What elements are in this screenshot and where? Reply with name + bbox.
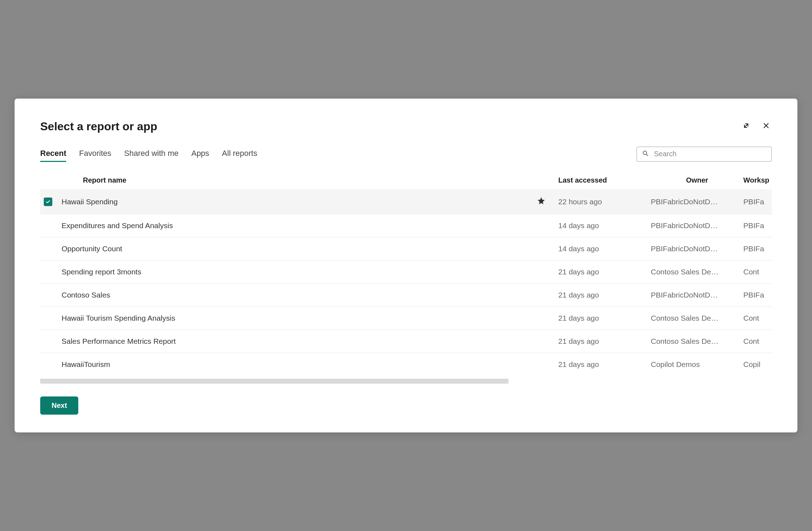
row-report-name: Spending report 3monts xyxy=(62,268,537,276)
table-row[interactable]: Hawaii Spending22 hours agoPBIFabricDoNo… xyxy=(40,189,772,214)
tab-shared-with-me[interactable]: Shared with me xyxy=(124,146,179,162)
row-owner: PBIFabricDoNotD… xyxy=(651,198,743,206)
modal-title: Select a report or app xyxy=(40,120,157,133)
expand-icon xyxy=(742,121,750,131)
horizontal-scrollbar[interactable] xyxy=(40,379,508,384)
report-table: Report name Last accessed Owner Worksp H… xyxy=(40,169,772,384)
col-header-workspace[interactable]: Worksp xyxy=(743,176,772,184)
close-icon xyxy=(762,121,770,131)
col-header-owner[interactable]: Owner xyxy=(651,176,743,184)
row-owner: Contoso Sales De… xyxy=(651,337,743,346)
row-workspace: Cont xyxy=(743,314,772,322)
tab-apps[interactable]: Apps xyxy=(191,146,209,162)
modal-footer: Next xyxy=(40,396,772,415)
row-workspace: PBIFa xyxy=(743,291,772,299)
row-workspace: PBIFa xyxy=(743,221,772,230)
header-actions xyxy=(740,120,772,132)
row-report-name: Sales Performance Metrics Report xyxy=(62,337,537,346)
table-row[interactable]: Contoso Sales21 days agoPBIFabricDoNotD…… xyxy=(40,284,772,307)
row-last-accessed: 21 days ago xyxy=(558,268,651,276)
row-report-name: Expenditures and Spend Analysis xyxy=(62,221,537,230)
expand-button[interactable] xyxy=(740,120,752,132)
search-box[interactable] xyxy=(637,147,772,162)
table-row[interactable]: Expenditures and Spend Analysis14 days a… xyxy=(40,214,772,237)
row-owner: PBIFabricDoNotD… xyxy=(651,245,743,253)
row-report-name: Opportunity Count xyxy=(62,245,537,253)
row-last-accessed: 21 days ago xyxy=(558,314,651,322)
search-icon xyxy=(642,150,649,158)
row-owner: Contoso Sales De… xyxy=(651,268,743,276)
row-workspace: PBIFa xyxy=(743,198,772,206)
next-button[interactable]: Next xyxy=(40,396,78,415)
row-last-accessed: 14 days ago xyxy=(558,221,651,230)
row-report-name: HawaiiTourism xyxy=(62,360,537,369)
row-owner: Contoso Sales De… xyxy=(651,314,743,322)
row-owner: Copilot Demos xyxy=(651,360,743,369)
row-owner: PBIFabricDoNotD… xyxy=(651,291,743,299)
row-last-accessed: 21 days ago xyxy=(558,291,651,299)
modal-header: Select a report or app xyxy=(40,120,772,146)
star-icon[interactable] xyxy=(537,198,545,206)
tabs-search-row: Recent Favorites Shared with me Apps All… xyxy=(40,146,772,162)
tab-recent[interactable]: Recent xyxy=(40,146,66,162)
row-workspace: Cont xyxy=(743,337,772,346)
row-favorite-cell xyxy=(537,196,558,207)
row-workspace: Copil xyxy=(743,360,772,369)
table-header-row: Report name Last accessed Owner Worksp xyxy=(40,169,772,189)
row-last-accessed: 22 hours ago xyxy=(558,198,651,206)
search-input[interactable] xyxy=(654,150,766,158)
row-report-name: Hawaii Spending xyxy=(62,198,537,206)
tab-favorites[interactable]: Favorites xyxy=(79,146,111,162)
table-row[interactable]: Spending report 3monts21 days agoContoso… xyxy=(40,261,772,284)
table-body: Hawaii Spending22 hours agoPBIFabricDoNo… xyxy=(40,189,772,376)
table-row[interactable]: Sales Performance Metrics Report21 days … xyxy=(40,330,772,353)
col-header-accessed[interactable]: Last accessed xyxy=(558,176,651,184)
row-report-name: Contoso Sales xyxy=(62,291,537,299)
col-header-check xyxy=(40,176,62,184)
row-workspace: Cont xyxy=(743,268,772,276)
col-header-name[interactable]: Report name xyxy=(62,176,537,184)
table-row[interactable]: HawaiiTourism21 days agoCopilot DemosCop… xyxy=(40,353,772,376)
row-owner: PBIFabricDoNotD… xyxy=(651,221,743,230)
row-last-accessed: 21 days ago xyxy=(558,360,651,369)
row-last-accessed: 14 days ago xyxy=(558,245,651,253)
row-report-name: Hawaii Tourism Spending Analysis xyxy=(62,314,537,322)
select-report-modal: Select a report or app Recent Fa xyxy=(15,99,797,432)
row-workspace: PBIFa xyxy=(743,245,772,253)
col-header-star xyxy=(537,176,558,184)
close-button[interactable] xyxy=(760,120,772,132)
table-row[interactable]: Hawaii Tourism Spending Analysis21 days … xyxy=(40,307,772,330)
row-last-accessed: 21 days ago xyxy=(558,337,651,346)
table-row[interactable]: Opportunity Count14 days agoPBIFabricDoN… xyxy=(40,237,772,261)
tabs: Recent Favorites Shared with me Apps All… xyxy=(40,146,257,162)
tab-all-reports[interactable]: All reports xyxy=(222,146,257,162)
row-checkbox-cell xyxy=(40,198,62,206)
row-checkbox[interactable] xyxy=(44,198,52,206)
